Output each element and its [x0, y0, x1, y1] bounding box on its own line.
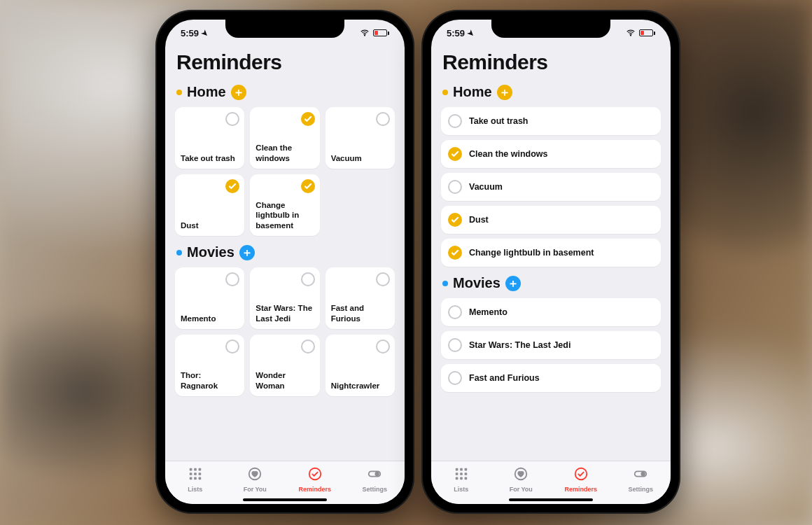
svg-rect-22: [460, 468, 463, 470]
svg-rect-9: [198, 472, 201, 475]
battery-low-icon: [373, 29, 389, 36]
svg-point-31: [575, 468, 587, 479]
reminder-label: Star Wars: The Last Jedi: [469, 340, 570, 350]
svg-rect-29: [464, 477, 467, 479]
home-indicator[interactable]: [243, 498, 327, 501]
reminder-card[interactable]: Change lightbulb in basement: [250, 174, 319, 236]
reminder-label: Dust: [469, 215, 489, 225]
svg-rect-27: [456, 477, 458, 479]
list-name: Movies: [187, 244, 234, 260]
phone-list-view: 5:59 ➤ Reminders Home ＋: [421, 10, 680, 514]
tab-reminders[interactable]: Reminders: [285, 461, 345, 497]
add-reminder-button[interactable]: ＋: [505, 276, 521, 291]
svg-rect-21: [456, 468, 458, 470]
reminder-card[interactable]: Vacuum: [326, 107, 395, 169]
reminder-label: Dust: [181, 220, 199, 230]
reminder-label: Fast and Furious: [331, 303, 389, 323]
reminder-card[interactable]: Dust: [175, 174, 244, 236]
reminder-label: Memento: [469, 307, 507, 317]
svg-rect-25: [460, 472, 463, 475]
reminder-card[interactable]: Fast and Furious: [326, 267, 395, 329]
checkbox-checked-icon[interactable]: [448, 246, 462, 260]
checkbox-unchecked-icon[interactable]: [448, 114, 462, 128]
list-header-home: Home ＋: [176, 84, 395, 100]
reminder-card[interactable]: Wonder Woman: [250, 335, 319, 396]
reminder-row[interactable]: Clean the windows: [441, 140, 661, 168]
reminder-row[interactable]: Dust: [441, 206, 661, 234]
reminder-row[interactable]: Take out trash: [441, 107, 661, 135]
tab-bar: Lists For You Reminders Settings: [431, 461, 671, 504]
checkbox-unchecked-icon[interactable]: [225, 272, 239, 286]
reminder-label: Change lightbulb in basement: [255, 200, 314, 230]
checkbox-unchecked-icon[interactable]: [225, 340, 239, 354]
tab-foryou[interactable]: For You: [491, 461, 552, 497]
location-arrow-icon: ➤: [200, 27, 211, 38]
checkbox-unchecked-icon[interactable]: [301, 340, 315, 354]
tab-label: For You: [510, 486, 533, 493]
checkbox-unchecked-icon[interactable]: [376, 272, 390, 286]
reminder-card[interactable]: Memento: [175, 267, 244, 329]
reminder-row[interactable]: Memento: [441, 298, 661, 326]
reminder-row[interactable]: Star Wars: The Last Jedi: [441, 331, 661, 359]
tab-settings[interactable]: Settings: [345, 461, 405, 497]
reminder-card[interactable]: Thor: Ragnarok: [175, 335, 244, 396]
reminder-row[interactable]: Vacuum: [441, 173, 661, 201]
grid-icon: [188, 466, 203, 484]
checkbox-checked-icon[interactable]: [448, 147, 462, 161]
svg-point-14: [309, 468, 321, 479]
list-name: Movies: [453, 275, 500, 291]
svg-rect-11: [194, 477, 197, 479]
checkbox-checked-icon[interactable]: [448, 213, 462, 227]
status-time: 5:59: [447, 28, 465, 38]
svg-point-17: [630, 35, 631, 36]
toggle-icon: [633, 466, 648, 484]
tab-lists[interactable]: Lists: [431, 461, 491, 497]
tab-reminders[interactable]: Reminders: [551, 461, 611, 497]
checkbox-checked-icon[interactable]: [225, 179, 239, 193]
tab-settings[interactable]: Settings: [611, 461, 671, 497]
svg-point-0: [364, 35, 365, 36]
home-indicator[interactable]: [509, 498, 593, 501]
device-notch: [491, 20, 610, 38]
check-icon: [307, 466, 323, 484]
checkbox-checked-icon[interactable]: [301, 179, 315, 193]
tab-lists[interactable]: Lists: [165, 461, 225, 497]
add-reminder-button[interactable]: ＋: [497, 85, 512, 100]
battery-low-icon: [639, 29, 655, 36]
svg-rect-12: [198, 477, 201, 479]
reminder-label: Clean the windows: [255, 143, 314, 163]
svg-rect-24: [456, 472, 458, 475]
reminder-row[interactable]: Change lightbulb in basement: [441, 239, 661, 267]
tab-label: Settings: [362, 486, 387, 493]
checkbox-unchecked-icon[interactable]: [448, 371, 462, 385]
reminder-label: Thor: Ragnarok: [181, 370, 239, 391]
list-color-dot: [442, 90, 448, 95]
location-arrow-icon: ➤: [465, 27, 477, 38]
reminder-label: Vacuum: [331, 153, 362, 163]
checkbox-unchecked-icon[interactable]: [448, 305, 462, 319]
reminder-card[interactable]: Take out trash: [175, 107, 244, 169]
checkbox-unchecked-icon[interactable]: [376, 340, 390, 354]
reminder-card[interactable]: Star Wars: The Last Jedi: [250, 267, 319, 329]
list-color-dot: [176, 250, 182, 255]
checkbox-unchecked-icon[interactable]: [448, 180, 462, 194]
checkbox-unchecked-icon[interactable]: [448, 338, 462, 352]
checkbox-unchecked-icon[interactable]: [376, 112, 390, 126]
reminder-row[interactable]: Fast and Furious: [441, 364, 661, 392]
wifi-icon: [626, 28, 636, 38]
reminder-card[interactable]: Clean the windows: [250, 107, 319, 169]
reminder-card[interactable]: Nightcrawler: [326, 335, 395, 396]
tab-foryou[interactable]: For You: [225, 461, 286, 497]
add-reminder-button[interactable]: ＋: [231, 85, 246, 100]
toggle-icon: [367, 466, 382, 484]
reminder-label: Star Wars: The Last Jedi: [255, 303, 314, 323]
checkbox-unchecked-icon[interactable]: [225, 112, 239, 126]
tab-label: Reminders: [564, 486, 597, 493]
checkbox-checked-icon[interactable]: [301, 112, 315, 126]
list-color-dot: [442, 281, 448, 286]
heart-icon: [513, 466, 528, 484]
reminder-label: Take out trash: [181, 153, 235, 163]
add-reminder-button[interactable]: ＋: [239, 245, 255, 260]
list-header-home: Home ＋: [442, 84, 661, 100]
checkbox-unchecked-icon[interactable]: [301, 272, 315, 286]
